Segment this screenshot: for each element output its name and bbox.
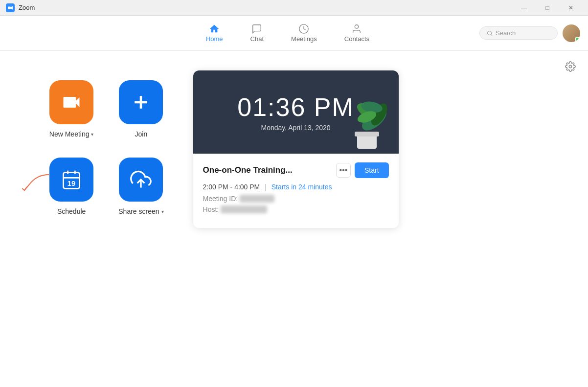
zoom-logo: [6, 3, 15, 12]
meeting-title: One-on-One Training...: [203, 165, 293, 175]
tab-contacts[interactable]: Contacts: [331, 20, 383, 46]
starts-soon-badge: Starts in 24 minutes: [271, 183, 332, 191]
share-screen-action[interactable]: Share screen ▾: [118, 158, 163, 215]
join-label: Join: [135, 130, 148, 138]
svg-point-6: [569, 65, 572, 68]
new-meeting-action[interactable]: New Meeting ▾: [49, 80, 94, 138]
tab-home[interactable]: Home: [192, 20, 237, 46]
navbar: Home Chat Meetings Contacts: [0, 16, 588, 51]
navbar-right: [479, 24, 580, 42]
search-icon: [487, 30, 493, 37]
tab-meetings[interactable]: Meetings: [277, 20, 331, 46]
nav-tabs: Home Chat Meetings Contacts: [96, 20, 479, 46]
tab-meetings-label: Meetings: [291, 35, 317, 43]
tab-contacts-label: Contacts: [344, 35, 369, 43]
svg-rect-16: [355, 132, 379, 137]
titlebar-left: Zoom: [6, 3, 35, 12]
settings-button[interactable]: [563, 59, 578, 74]
date-display: Monday, April 13, 2020: [261, 124, 330, 132]
svg-point-4: [488, 31, 492, 35]
tab-chat[interactable]: Chat: [237, 20, 277, 46]
meeting-action-buttons: ••• Start: [336, 162, 389, 178]
share-screen-chevron: ▾: [161, 209, 164, 214]
search-input[interactable]: [496, 29, 550, 37]
tab-chat-label: Chat: [250, 35, 264, 43]
meeting-id-value: xxx xxx xxx: [240, 195, 274, 203]
avatar[interactable]: [563, 24, 580, 42]
close-button[interactable]: ✕: [560, 0, 582, 16]
main-content: New Meeting ▾ Join: [0, 51, 588, 387]
meeting-card: 01:36 PM Monday, April 13, 2020 One-on-O…: [193, 70, 399, 228]
schedule-label: Schedule: [57, 207, 86, 215]
svg-marker-1: [11, 6, 13, 9]
window-controls[interactable]: — □ ✕: [513, 0, 582, 16]
svg-rect-0: [8, 6, 11, 9]
meeting-title-row: One-on-One Training... ••• Start: [203, 162, 389, 178]
join-action[interactable]: Join: [118, 80, 163, 138]
maximize-button[interactable]: □: [536, 0, 559, 16]
meeting-host-info: Host: xxxxxxx xxxxxx: [203, 205, 389, 213]
new-meeting-button[interactable]: [49, 80, 93, 124]
meeting-card-body: One-on-One Training... ••• Start 2:00 PM…: [193, 154, 399, 228]
meeting-card-header: 01:36 PM Monday, April 13, 2020: [193, 70, 399, 154]
app-title: Zoom: [19, 4, 35, 11]
new-meeting-label: New Meeting ▾: [49, 130, 94, 138]
start-meeting-button[interactable]: Start: [355, 162, 389, 178]
schedule-action[interactable]: 19 Schedule: [49, 158, 94, 215]
meeting-host-value: xxxxxxx xxxxxx: [221, 205, 267, 213]
schedule-button[interactable]: 19: [49, 158, 93, 202]
search-bar[interactable]: [479, 26, 558, 40]
schedule-arrow: [22, 170, 51, 194]
svg-point-3: [355, 25, 359, 28]
new-meeting-chevron: ▾: [91, 132, 93, 137]
titlebar: Zoom — □ ✕: [0, 0, 588, 16]
clock-display: 01:36 PM: [237, 92, 354, 122]
join-button[interactable]: [119, 80, 163, 124]
share-screen-label: Share screen ▾: [118, 207, 163, 215]
tab-home-label: Home: [206, 35, 223, 43]
svg-line-5: [491, 34, 492, 35]
svg-text:19: 19: [68, 180, 75, 187]
online-status-dot: [575, 37, 580, 42]
action-grid: New Meeting ▾ Join: [49, 70, 164, 215]
meeting-time-info: 2:00 PM - 4:00 PM | Starts in 24 minutes: [203, 183, 389, 191]
content-area: New Meeting ▾ Join: [0, 51, 588, 387]
minimize-button[interactable]: —: [513, 0, 535, 16]
share-screen-button[interactable]: [119, 158, 163, 202]
more-options-button[interactable]: •••: [336, 163, 351, 178]
meeting-id-info: Meeting ID: xxx xxx xxx: [203, 195, 389, 203]
